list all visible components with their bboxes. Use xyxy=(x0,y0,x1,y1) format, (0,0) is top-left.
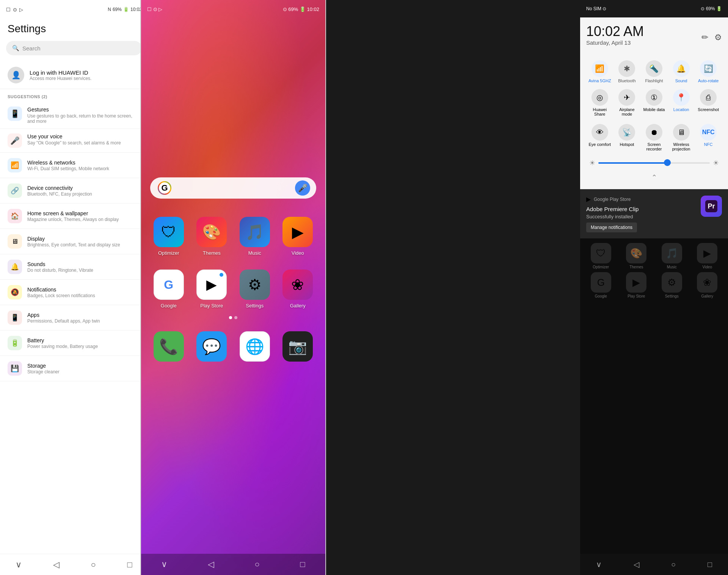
qs-huaweishare[interactable]: ◎ Huawei Share xyxy=(586,86,613,119)
suggestion-gestures[interactable]: 📱 Gestures Use gestures to go back, retu… xyxy=(0,102,148,129)
qs-wirelessprojection[interactable]: 🖥 Wireless projection xyxy=(668,121,695,154)
phone-nav-down[interactable]: ∨ xyxy=(161,559,167,569)
qs-screenrecorder[interactable]: ⏺ Screen recorder xyxy=(640,121,668,154)
sounds-title: Sounds xyxy=(27,261,93,267)
hotspot-label: Hotspot xyxy=(620,142,634,147)
nav-down[interactable]: ∨ xyxy=(13,557,25,573)
app-video[interactable]: ▶ Video xyxy=(279,217,317,256)
quick-settings-panel: 10:02 AM Saturday, April 13 ✏ ⚙ 📶 Avina … xyxy=(580,17,728,189)
dock-camera[interactable]: 📷 xyxy=(279,331,317,362)
phone-nav-back[interactable]: ◁ xyxy=(208,559,214,569)
phone-statusbar-left: ☐ ⊙ ▷ xyxy=(147,6,162,12)
phone-nav-home[interactable]: ○ xyxy=(254,559,259,569)
app-google[interactable]: G Google xyxy=(150,269,187,309)
dimmed-music-label: Music xyxy=(667,265,677,269)
section-homescreen[interactable]: 🏠 Home screen & wallpaper Magazine unloc… xyxy=(0,204,148,229)
dimmed-gallery-icon: ❀ xyxy=(697,272,717,293)
qs-collapse-chevron[interactable]: ⌃ xyxy=(586,172,722,183)
qs-time-date: 10:02 AM Saturday, April 13 xyxy=(586,24,644,51)
section-storage[interactable]: 💾 Storage Storage cleaner xyxy=(0,356,148,381)
qs-nfc[interactable]: NFC NFC xyxy=(695,121,722,154)
app-music[interactable]: 🎵 Music xyxy=(236,217,273,256)
brightness-high-icon: ☀ xyxy=(713,159,719,167)
qs-wifi[interactable]: 📶 Avina 5GHZ xyxy=(586,57,613,86)
phone-panel: ☐ ⊙ ▷ ⊙ 69% 🔋 10:02 G 🎤 🛡 Optimizer 🎨 Th… xyxy=(140,0,326,575)
app-themes[interactable]: 🎨 Themes xyxy=(193,217,231,256)
app-playstore[interactable]: ▶ Play Store xyxy=(193,269,231,309)
app-optimizer[interactable]: 🛡 Optimizer xyxy=(150,217,187,256)
settings-qs-icon[interactable]: ⚙ xyxy=(714,33,722,42)
right-nav-down[interactable]: ∨ xyxy=(596,560,602,569)
qs-mobiledata[interactable]: ① Mobile data xyxy=(640,86,668,119)
manage-notifications-button[interactable]: Manage notifications xyxy=(586,222,637,232)
section-display[interactable]: 🖥 Display Brightness, Eye comfort, Text … xyxy=(0,229,148,254)
section-notifications-text: Notifications Badges, Lock screen notifi… xyxy=(27,287,95,298)
right-nav-home[interactable]: ○ xyxy=(671,560,676,569)
nfc-qs-icon: NFC xyxy=(700,124,717,141)
themes-icon: 🎨 xyxy=(196,217,227,247)
phone-statusbar-right: ⊙ 69% 🔋 10:02 xyxy=(283,6,319,12)
music-label: Music xyxy=(248,250,261,256)
display-icon: 🖥 xyxy=(8,234,22,249)
qs-sound[interactable]: 🔔 Sound xyxy=(668,57,695,86)
dock-chrome[interactable]: 🌐 xyxy=(236,331,273,362)
right-nav-recent[interactable]: □ xyxy=(708,560,712,569)
phone-search-bar[interactable]: G 🎤 xyxy=(150,177,316,199)
hotspot-icon: 📡 xyxy=(618,124,635,141)
battery-icon: 🔋 xyxy=(123,7,129,12)
qs-row1: 📶 Avina 5GHZ ✱ Bluetooth 🔦 Flashlight 🔔 … xyxy=(586,57,722,86)
nav-recent[interactable]: □ xyxy=(124,557,135,573)
settings-account[interactable]: 👤 Log in with HUAWEI ID Access more Huaw… xyxy=(0,61,148,89)
settings-app-label: Settings xyxy=(246,303,264,309)
edit-icon[interactable]: ✏ xyxy=(701,33,708,42)
settings-search-bar[interactable]: 🔍 Search xyxy=(6,41,142,55)
screenshot-icon: ⎙ xyxy=(700,89,717,106)
qs-hotspot[interactable]: 📡 Hotspot xyxy=(613,121,641,154)
section-apps[interactable]: 📱 Apps Permissions, Default apps, App tw… xyxy=(0,305,148,331)
huaweishare-label: Huawei Share xyxy=(588,107,612,116)
qs-date: Saturday, April 13 xyxy=(586,39,644,46)
wifi-qs-label: Avina 5GHZ xyxy=(588,78,611,83)
phone-nav-recent[interactable]: □ xyxy=(300,559,305,569)
statusbar-left-icons: ☐ ⊙ ▷ xyxy=(6,7,23,13)
section-sounds[interactable]: 🔔 Sounds Do not disturb, Ringtone, Vibra… xyxy=(0,254,148,280)
section-wireless[interactable]: 📶 Wireless & networks Wi-Fi, Dual SIM se… xyxy=(0,153,148,178)
section-wireless-text: Wireless & networks Wi-Fi, Dual SIM sett… xyxy=(27,160,109,171)
nav-home[interactable]: ○ xyxy=(88,557,99,573)
right-app-area: 🛡 Optimizer 🎨 Themes 🎵 Music ▶ Video G G… xyxy=(580,238,728,554)
mic-button[interactable]: 🎤 xyxy=(295,180,310,196)
wirelessprojection-icon: 🖥 xyxy=(673,124,690,141)
qs-airplane[interactable]: ✈ Airplane mode xyxy=(613,86,641,119)
music-icon: 🎵 xyxy=(240,217,270,247)
bluetooth-qs-icon: ✱ xyxy=(618,60,635,77)
app-gallery[interactable]: ❀ Gallery xyxy=(279,269,317,309)
section-display-text: Display Brightness, Eye comfort, Text an… xyxy=(27,236,120,248)
qs-autorotate[interactable]: 🔄 Auto-rotate xyxy=(695,57,722,86)
svg-text:Pr: Pr xyxy=(708,202,715,210)
dock-messages[interactable]: 💬 xyxy=(193,331,231,362)
qs-row3: 👁 Eye comfort 📡 Hotspot ⏺ Screen recorde… xyxy=(586,121,722,154)
device-title: Device connectivity xyxy=(27,185,92,191)
brightness-fill xyxy=(598,162,671,164)
section-battery[interactable]: 🔋 Battery Power saving mode, Battery usa… xyxy=(0,331,148,356)
qs-screenshot[interactable]: ⎙ Screenshot xyxy=(695,86,722,119)
section-device[interactable]: 🔗 Device connectivity Bluetooth, NFC, Ea… xyxy=(0,178,148,204)
qs-flashlight[interactable]: 🔦 Flashlight xyxy=(640,57,668,86)
display-subtitle: Brightness, Eye comfort, Text and displa… xyxy=(27,242,120,248)
qs-eyecomfort[interactable]: 👁 Eye comfort xyxy=(586,121,613,154)
adobe-premiere-icon: Pr xyxy=(701,196,722,217)
qs-location[interactable]: 📍 Location xyxy=(668,86,695,119)
storage-icon: 💾 xyxy=(8,361,22,376)
brightness-slider[interactable] xyxy=(598,162,710,164)
qs-bluetooth[interactable]: ✱ Bluetooth xyxy=(613,57,641,86)
app-settings[interactable]: ⚙ Settings xyxy=(236,269,273,309)
brightness-thumb[interactable] xyxy=(664,159,671,166)
dock-phone[interactable]: 📞 xyxy=(150,331,187,362)
nav-back[interactable]: ◁ xyxy=(50,557,63,573)
qs-row2: ◎ Huawei Share ✈ Airplane mode ① Mobile … xyxy=(586,86,722,119)
sim-icon: ☐ xyxy=(6,7,11,13)
dimmed-app-grid: 🛡 Optimizer 🎨 Themes 🎵 Music ▶ Video G G… xyxy=(580,238,728,303)
section-notifications[interactable]: 🔕 Notifications Badges, Lock screen noti… xyxy=(0,280,148,305)
right-nav-back[interactable]: ◁ xyxy=(634,560,639,569)
suggestion-voice[interactable]: 🎤 Use your voice Say "Ok Google" to sear… xyxy=(0,129,148,153)
